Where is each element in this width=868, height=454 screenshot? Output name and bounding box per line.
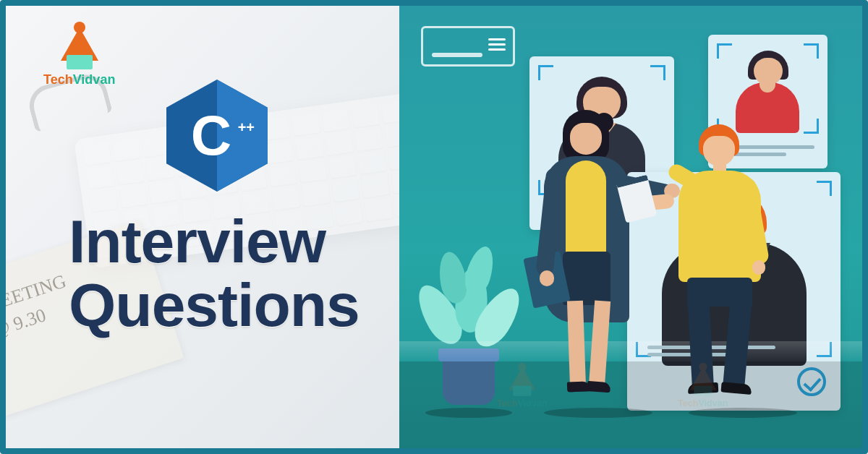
outer-frame xyxy=(0,0,868,454)
